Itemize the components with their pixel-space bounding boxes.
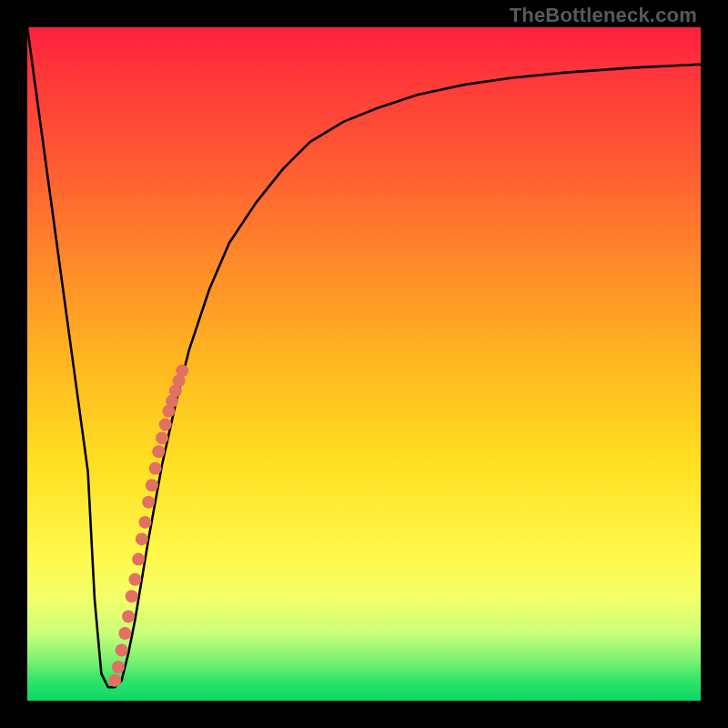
marker-dot [149,462,162,475]
marker-dot [152,445,165,458]
marker-dot [128,573,141,586]
marker-dot [118,627,131,640]
highlight-markers [108,364,188,686]
chart-frame: TheBottleneck.com [0,0,728,728]
marker-dot [146,479,158,491]
marker-dot [116,644,128,657]
marker-dot [122,611,135,623]
marker-dot [108,674,121,687]
watermark-label: TheBottleneck.com [510,4,697,27]
chart-svg [27,27,701,701]
marker-dot [132,553,145,566]
marker-dot [142,496,155,509]
marker-dot [139,516,152,529]
marker-dot [176,364,188,377]
plot-area [27,27,701,701]
bottleneck-curve [27,27,701,687]
marker-dot [126,590,138,602]
marker-dot [136,532,148,545]
marker-dot [156,431,168,444]
marker-dot [159,419,172,431]
marker-dot [112,661,125,673]
